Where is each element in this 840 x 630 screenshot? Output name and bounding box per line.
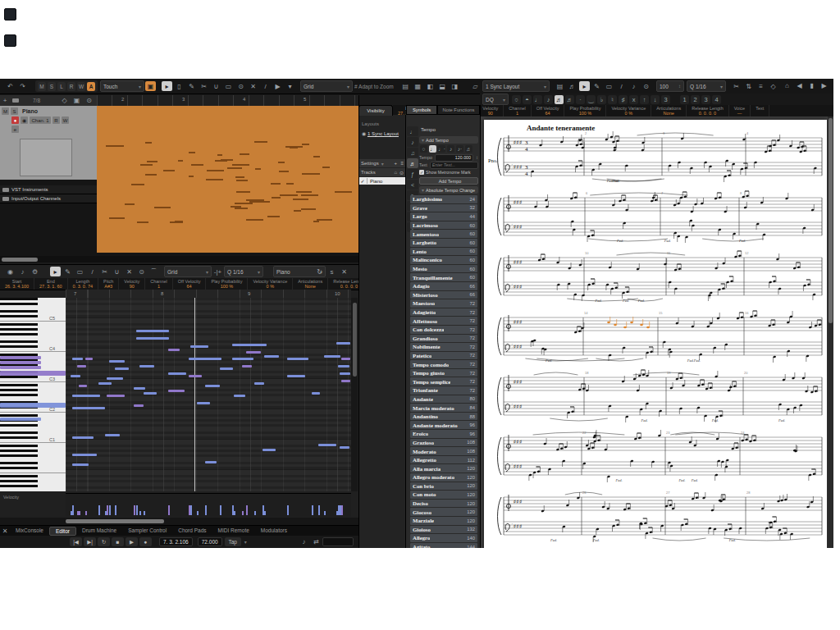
black-key[interactable]: [0, 328, 38, 331]
info-field[interactable]: Length 0. 3. 0. 74: [68, 278, 98, 290]
tempo-preset-item[interactable]: Adagietto 72: [410, 308, 477, 317]
highlighted-key[interactable]: [0, 418, 41, 421]
piano-keyboard[interactable]: C5C4C3C2C1: [0, 298, 66, 491]
tempo-preset-item[interactable]: Con brio 120: [410, 482, 477, 491]
snap-offset-icon[interactable]: -|+: [212, 267, 223, 276]
black-key[interactable]: [0, 345, 38, 348]
velocity-bar[interactable]: [189, 505, 190, 515]
velocity-bar[interactable]: [139, 511, 141, 515]
tempo-preset-item[interactable]: Affettuoso 72: [410, 317, 477, 325]
natural-button[interactable]: ♮: [608, 95, 617, 104]
flat-button[interactable]: ♭: [597, 95, 606, 104]
velocity-bar[interactable]: [242, 511, 244, 515]
click-level-field[interactable]: [322, 537, 354, 546]
track-name[interactable]: Piano: [22, 108, 38, 114]
info-field[interactable]: Velocity 90: [119, 278, 145, 290]
tempo-preset-item[interactable]: Lacrimoso 60: [410, 221, 477, 230]
split-icon[interactable]: ✂: [199, 81, 209, 91]
tempo-preset-item[interactable]: Largo 44: [410, 212, 477, 221]
stepper-icon[interactable]: ↕: [476, 155, 478, 160]
black-key[interactable]: [0, 333, 38, 336]
info-field[interactable]: Play Probability 100 %: [206, 278, 248, 290]
lower-zone-tab[interactable]: Sampler Control: [122, 527, 172, 536]
redo-icon[interactable]: ↷: [17, 81, 28, 91]
highlighted-key[interactable]: [0, 356, 41, 359]
lower-zone-tab[interactable]: Drum Machine: [76, 527, 122, 536]
play-button[interactable]: ▶: [126, 537, 138, 546]
black-key[interactable]: [0, 431, 38, 434]
velocity-bar[interactable]: [246, 505, 248, 515]
range-select-icon[interactable]: ▯: [174, 81, 185, 91]
tracks-bar[interactable]: Tracks ⌂ ⊙: [358, 168, 405, 176]
lock-icon[interactable]: ◇: [59, 96, 70, 106]
dot-button[interactable]: ·: [576, 95, 585, 104]
info-field[interactable]: Voice —: [729, 105, 751, 116]
solo-editor-icon[interactable]: ◉: [5, 267, 16, 276]
object-select-icon[interactable]: ▸: [162, 81, 172, 91]
scroll-thumb[interactable]: [66, 519, 164, 523]
zoom-icon[interactable]: ⊙: [641, 81, 651, 91]
tempo-preset-item[interactable]: Grazioso 108: [410, 439, 477, 447]
midi-note[interactable]: [107, 377, 123, 380]
read-button[interactable]: R: [67, 82, 75, 91]
lower-zone-tab[interactable]: MixConsole: [10, 527, 49, 536]
velocity-bar[interactable]: [341, 505, 343, 515]
midi-note[interactable]: [168, 390, 185, 392]
line-icon[interactable]: ⌒: [148, 267, 159, 276]
add-tempo-header[interactable]: ▾ Add Tempo: [419, 136, 478, 144]
tempo-text-input[interactable]: [430, 162, 478, 169]
right-zone-icon[interactable]: ◨: [450, 81, 460, 91]
track-solo-button[interactable]: S: [11, 107, 18, 115]
lock-icon[interactable]: ◇: [768, 81, 778, 91]
eighth-note-button[interactable]: ♪: [447, 145, 454, 153]
desktop-thumbnail-icon[interactable]: [4, 8, 16, 21]
info-field[interactable]: Velocity 90: [477, 105, 504, 116]
sync-icon[interactable]: ⇄: [311, 537, 322, 547]
tempo-preset-item[interactable]: Trionfante 72: [410, 386, 477, 395]
properties-icon[interactable]: ≡: [756, 81, 766, 91]
editor-grid-select[interactable]: Grid ▾: [164, 266, 212, 277]
black-key[interactable]: [0, 303, 38, 305]
tempo-preset-item[interactable]: Agitato 144: [410, 543, 477, 548]
velocity-bar[interactable]: [134, 505, 135, 515]
pane-divider[interactable]: [358, 95, 359, 548]
black-key[interactable]: [0, 485, 38, 487]
midi-note[interactable]: [79, 385, 87, 387]
midi-note[interactable]: [340, 372, 350, 375]
pane-divider[interactable]: [405, 115, 406, 548]
midi-note[interactable]: [136, 330, 169, 332]
midi-note[interactable]: [232, 344, 267, 346]
black-key[interactable]: [0, 315, 38, 317]
home-icon[interactable]: ⌂: [394, 170, 397, 175]
glue-icon[interactable]: ∪: [112, 267, 122, 276]
info-field[interactable]: Off Velocity 64: [173, 278, 207, 290]
score-v-scrollbar[interactable]: [828, 116, 833, 548]
tempo-preset-item[interactable]: Patetico 72: [410, 352, 477, 360]
erase-icon[interactable]: ▭: [223, 81, 234, 91]
dotted-quarter-button[interactable]: ♩·: [438, 145, 445, 153]
tempo-preset-item[interactable]: Eroico 96: [410, 430, 477, 438]
add-tempo-button[interactable]: Add Tempo: [419, 177, 478, 185]
velocity-bar[interactable]: [107, 505, 108, 515]
tempo-preset-item[interactable]: Grandioso 72: [410, 335, 477, 343]
glue-icon[interactable]: ∪: [211, 81, 221, 91]
line-icon[interactable]: /: [260, 81, 271, 91]
black-key[interactable]: [0, 424, 38, 427]
tempo-preset-item[interactable]: Marziale 120: [410, 517, 477, 525]
select-icon[interactable]: ▸: [579, 81, 590, 91]
chord-icon[interactable]: ♫: [407, 148, 418, 158]
play-tool-icon[interactable]: ▶: [272, 81, 283, 91]
zoom-icon[interactable]: ⊙: [136, 267, 147, 276]
tempo-preset-item[interactable]: Tranquillamente 60: [410, 273, 477, 281]
workspace-icon[interactable]: ⌂: [782, 80, 792, 90]
black-key[interactable]: [0, 298, 38, 300]
checkbox-icon[interactable]: ✓: [419, 170, 424, 175]
zoom-level-control[interactable]: 100 ↕: [656, 80, 684, 92]
tempo-preset-item[interactable]: Tempo comodo 72: [410, 360, 477, 368]
midi-note[interactable]: [340, 446, 349, 449]
black-key[interactable]: [0, 475, 38, 477]
project-ruler[interactable]: 2345: [97, 95, 358, 107]
tap-tempo-button[interactable]: Tap: [225, 537, 241, 546]
midi-note[interactable]: [197, 402, 210, 404]
velocity-bar[interactable]: [79, 511, 80, 515]
